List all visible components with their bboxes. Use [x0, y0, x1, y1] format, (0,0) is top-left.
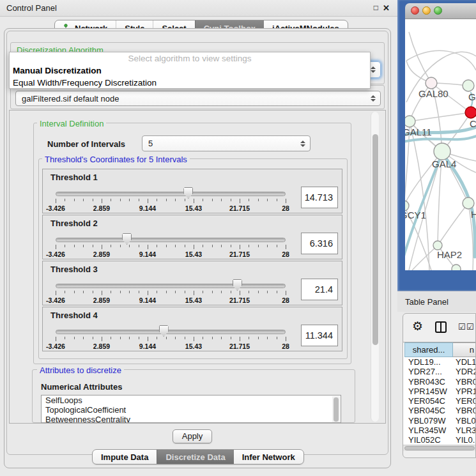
- slider-tick: [166, 245, 167, 247]
- node-table: shared... n YDL19...YDL1...YDR27...YDR2.…: [403, 342, 475, 445]
- slider-tick: [102, 199, 102, 203]
- cell-name: YBL0...: [456, 416, 475, 426]
- slider-thumb[interactable]: [183, 187, 193, 199]
- columns-icon[interactable]: [435, 321, 447, 333]
- cell-name: YDR2...: [456, 367, 475, 376]
- cell-shared-name: YPR145W: [408, 387, 447, 396]
- node-gal4[interactable]: [434, 143, 450, 160]
- threshold-slider[interactable]: -3.4262.8599.14415.4321.71528: [56, 233, 286, 259]
- app-root: Control Panel □ ✕ Network Style Select C…: [0, 0, 476, 476]
- table-row[interactable]: YIL052CYIL0...: [403, 435, 475, 445]
- node-top-right[interactable]: [463, 80, 474, 91]
- slider-tick: [129, 337, 130, 339]
- slider-tick: [277, 245, 277, 247]
- slider-tick: [258, 337, 259, 339]
- network-window-titlebar[interactable]: [405, 3, 476, 19]
- attributes-listbox[interactable]: SelfLoopsTopologicalCoefficientBetweenne…: [41, 395, 341, 423]
- table-panel-header: Table Panel: [397, 291, 476, 312]
- threshold-value-field[interactable]: 14.713: [301, 187, 338, 208]
- node-label: C: [470, 118, 476, 129]
- column-header-name[interactable]: n: [453, 342, 476, 357]
- slider-tick: [203, 337, 203, 339]
- tab-discretize-data[interactable]: Discretize Data: [157, 450, 233, 464]
- apply-button[interactable]: Apply: [173, 429, 212, 443]
- slider-thumb[interactable]: [233, 279, 242, 291]
- threshold-value-field[interactable]: 6.316: [301, 233, 338, 254]
- combo-arrows-icon: [371, 66, 375, 73]
- gear-icon[interactable]: ⚙: [412, 319, 423, 334]
- list-scrollbar[interactable]: [332, 396, 340, 423]
- horizontal-scrollbar[interactable]: [403, 445, 475, 451]
- node-label: GAL80: [418, 88, 449, 99]
- slider-tick: [212, 337, 213, 339]
- float-panel-icon[interactable]: □: [374, 3, 378, 13]
- slider-track[interactable]: [56, 238, 286, 242]
- node-h[interactable]: [463, 197, 474, 209]
- close-panel-icon[interactable]: ✕: [383, 3, 390, 13]
- threshold-value-field[interactable]: 11.344: [301, 325, 338, 346]
- table-row[interactable]: YDL19...YDL1...: [403, 357, 475, 367]
- attribute-list-item[interactable]: TopologicalCoefficient: [42, 405, 341, 415]
- table-row[interactable]: YDR27...YDR2...: [403, 367, 475, 376]
- slider-tick: [157, 199, 157, 201]
- slider-tick: [267, 199, 268, 201]
- slider-thumb[interactable]: [159, 325, 169, 337]
- table-row[interactable]: YPR145WYPR1...: [403, 387, 475, 396]
- table-data-combobox[interactable]: galFiltered.sif default node: [15, 91, 381, 106]
- tab-infer-network[interactable]: Infer Network: [234, 450, 303, 464]
- tab-impute-data[interactable]: Impute Data: [93, 450, 157, 464]
- table-row[interactable]: YLR345WYLR3...: [403, 426, 475, 435]
- network-canvas[interactable]: GAL80 GA GAL11 C GAL4 GCY1 H HAP2: [405, 19, 476, 270]
- slider-tick-labels: -3.4262.8599.14415.4321.71528: [56, 342, 286, 350]
- node-gal80[interactable]: [426, 77, 437, 89]
- threshold-panel: Threshold 4-3.4262.8599.14415.4321.71528…: [42, 307, 342, 351]
- slider-track[interactable]: [56, 284, 286, 288]
- node-label: GAL4: [432, 158, 456, 169]
- slider-tick: [74, 337, 75, 339]
- node-red-selected[interactable]: [465, 107, 476, 118]
- threshold-value-field[interactable]: 21.4: [301, 279, 338, 300]
- table-row[interactable]: YBR043CYBR0...: [403, 377, 475, 387]
- column-header-shared-name[interactable]: shared...: [404, 342, 453, 357]
- minimize-window-icon[interactable]: [422, 6, 431, 15]
- threshold-slider[interactable]: -3.4262.8599.14415.4321.71528: [56, 325, 286, 351]
- table-toolbar: ⚙ ☑ ☑: [403, 314, 475, 342]
- slider-tick: [249, 291, 249, 293]
- slider-tick: [194, 291, 194, 295]
- threshold-slider[interactable]: -3.4262.8599.14415.4321.71528: [56, 187, 286, 213]
- slider-tick-label: 2.859: [93, 250, 110, 258]
- checkbox-icon[interactable]: ☑: [466, 322, 474, 332]
- slider-track[interactable]: [56, 330, 286, 334]
- slider-thumb[interactable]: [122, 233, 132, 245]
- slider-tick: [74, 291, 75, 293]
- cell-shared-name: YIL052C: [408, 435, 441, 445]
- close-window-icon[interactable]: [411, 6, 419, 15]
- node-bottom-partial[interactable]: [452, 265, 461, 270]
- node-hap2[interactable]: [433, 241, 442, 250]
- table-row[interactable]: YER054CYER0...: [403, 396, 475, 406]
- table-row[interactable]: YBR045CYBR0...: [403, 406, 475, 415]
- dropdown-option-manual[interactable]: Manual Discretization: [10, 65, 370, 77]
- slider-track[interactable]: [56, 192, 286, 196]
- dropdown-option-equal-width[interactable]: Equal Width/Frequency Discretization: [10, 77, 370, 89]
- attribute-list-item[interactable]: BetweennessCentrality: [42, 415, 341, 423]
- slider-tick: [56, 337, 56, 341]
- slider-tick: [267, 245, 268, 247]
- horizontal-scrollbar-thumb[interactable]: [404, 446, 475, 450]
- slider-tick: [212, 291, 213, 293]
- num-intervals-combobox[interactable]: 5: [142, 135, 311, 151]
- threshold-slider[interactable]: -3.4262.8599.14415.4321.71528: [56, 279, 286, 305]
- checkbox-icon[interactable]: ☑: [458, 322, 466, 332]
- slider-tick: [286, 337, 286, 341]
- list-scrollbar-thumb[interactable]: [334, 397, 339, 422]
- node-gal11[interactable]: [405, 116, 415, 127]
- zoom-window-icon[interactable]: [434, 6, 442, 15]
- vertical-scrollbar[interactable]: [371, 112, 379, 422]
- attribute-list-item[interactable]: SelfLoops: [42, 395, 341, 405]
- cell-shared-name: YBR045C: [408, 406, 445, 415]
- vertical-scrollbar-thumb[interactable]: [372, 134, 378, 345]
- slider-tick: [148, 199, 148, 203]
- slider-tick: [249, 245, 249, 247]
- table-row[interactable]: YBL079WYBL0...: [403, 416, 475, 426]
- slider-tick: [139, 291, 139, 293]
